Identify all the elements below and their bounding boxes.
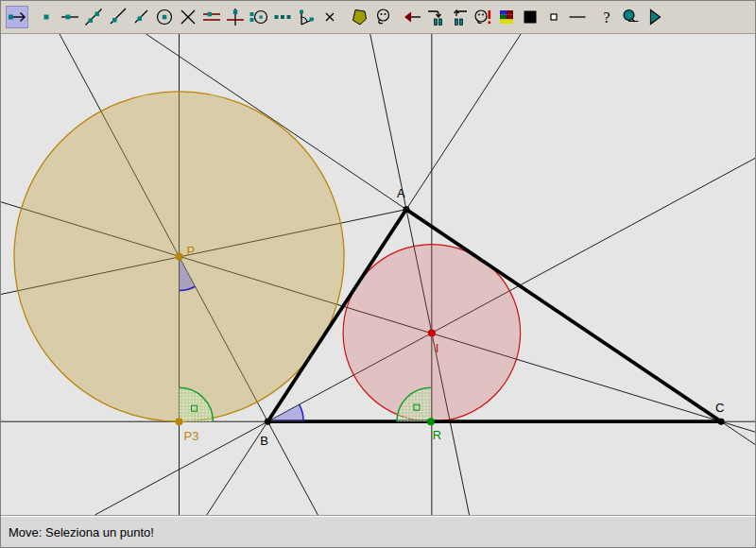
svg-text:?: ? [603, 9, 610, 26]
perpendicular-tool[interactable] [224, 6, 247, 28]
status-text: Move: Seleziona un punto! [9, 525, 154, 539]
point-i-label: I [436, 341, 439, 355]
parallel-tool[interactable] [200, 6, 223, 28]
record-macro-tool[interactable] [424, 6, 447, 28]
status-bar: Move: Seleziona un punto! [1, 516, 755, 547]
midpoint-tool[interactable] [271, 6, 294, 28]
point-a-label: A [397, 186, 405, 200]
point-p[interactable] [176, 253, 183, 261]
quadric-tool-icon [372, 7, 393, 27]
move-tool[interactable] [6, 6, 28, 28]
point-c-label: C [715, 401, 724, 415]
line-tool-icon [60, 7, 80, 27]
point-p3[interactable] [176, 418, 183, 425]
help-tool-icon: ? [596, 7, 617, 27]
record-macro-tool-icon [425, 7, 446, 27]
stop-macro-tool[interactable] [448, 6, 471, 28]
run-tool[interactable] [643, 6, 665, 28]
point-a[interactable] [403, 206, 409, 213]
point-b-label: B [260, 434, 268, 448]
help-tool[interactable]: ? [595, 6, 618, 28]
line-style-icon [567, 7, 588, 27]
parallel-tool-icon [201, 7, 222, 27]
point-b[interactable] [265, 419, 271, 425]
canvas-area[interactable]: PP3ABCIR [1, 33, 755, 516]
angle-tool[interactable] [295, 6, 318, 28]
point-r-label: R [433, 428, 441, 442]
intersection-tool-icon [178, 7, 198, 27]
point-r[interactable] [427, 418, 435, 425]
color-picker-icon [496, 7, 517, 27]
line-tool[interactable] [59, 6, 81, 28]
compass-tool-icon [249, 7, 269, 27]
quadric-tool[interactable] [371, 6, 394, 28]
ray-tool[interactable] [106, 6, 129, 28]
point-tool[interactable] [35, 6, 58, 28]
toolbar: ? [1, 1, 755, 33]
color-black-icon [520, 7, 541, 27]
app-window: ? PP3ABCIR Move: Seleziona un punto! [0, 0, 756, 548]
intersection-tool[interactable] [177, 6, 199, 28]
zoom-tool[interactable] [619, 6, 642, 28]
back-tool-icon [402, 7, 422, 27]
polygon-tool[interactable] [348, 6, 370, 28]
circle-tool-icon [154, 7, 175, 27]
midpoint-tool-icon [272, 7, 293, 27]
point-tool-icon [36, 7, 57, 27]
ray-tool-icon [107, 7, 128, 27]
back-tool[interactable] [401, 6, 423, 28]
perpendicular-tool-icon [225, 7, 246, 27]
zoom-tool-icon [620, 7, 641, 27]
run-tool-icon [644, 7, 664, 27]
line-two-points-tool-icon [83, 7, 104, 27]
stop-macro-tool-icon [449, 7, 470, 27]
color-picker[interactable] [495, 6, 518, 28]
delete-tool-icon [319, 7, 340, 27]
polygon-tool-icon [349, 7, 369, 27]
segment-tool-icon [130, 7, 151, 27]
comment-tool-icon [472, 7, 493, 27]
compass-tool[interactable] [248, 6, 270, 28]
segment-tool[interactable] [129, 6, 152, 28]
point-style[interactable] [542, 6, 565, 28]
point-i[interactable] [428, 329, 436, 336]
line-style[interactable] [566, 6, 589, 28]
circle-tool[interactable] [153, 6, 176, 28]
delete-tool[interactable] [318, 6, 341, 28]
move-tool-icon [7, 7, 27, 27]
comment-tool[interactable] [472, 6, 494, 28]
point-c[interactable] [718, 419, 725, 425]
color-black[interactable] [519, 6, 541, 28]
point-p-label: P [187, 244, 196, 258]
geometry-svg[interactable]: PP3ABCIR [1, 34, 755, 515]
point-style-icon [543, 7, 564, 27]
line-two-points-tool[interactable] [82, 6, 105, 28]
angle-tool-icon [296, 7, 317, 27]
point-p3-label: P3 [184, 429, 199, 443]
